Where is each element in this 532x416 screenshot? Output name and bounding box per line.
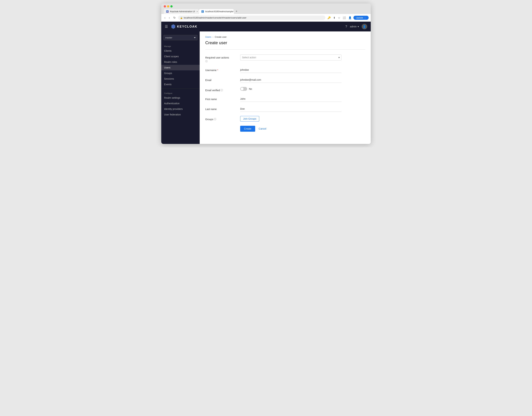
breadcrumb-parent[interactable]: Users bbox=[205, 36, 211, 38]
forward-button[interactable]: › bbox=[168, 16, 171, 20]
minimize-dot[interactable] bbox=[167, 5, 169, 8]
first-name-input[interactable] bbox=[240, 96, 342, 102]
last-name-label-col: Last name bbox=[205, 106, 240, 111]
sidebar-item-identity-providers[interactable]: Identity providers bbox=[161, 106, 200, 112]
groups-control: Join Groups bbox=[240, 116, 342, 122]
groups-label: Groups ⓘ bbox=[205, 118, 240, 121]
hamburger-menu[interactable]: ☰ bbox=[165, 24, 168, 29]
tab-close-1[interactable]: ✕ bbox=[196, 10, 198, 13]
email-verified-label-col: Email verified ⓘ bbox=[205, 87, 240, 92]
email-verified-control: No bbox=[240, 87, 342, 91]
app-topnav: ☰ KEYCLOAK ? admin ▾ 👤 bbox=[161, 22, 371, 31]
main-content: Users › Create user Create user Required… bbox=[200, 31, 371, 144]
sidebar-item-label-realm-settings: Realm settings bbox=[164, 97, 180, 99]
update-button[interactable]: Update ⋮ bbox=[353, 16, 369, 20]
help-button[interactable]: ? bbox=[345, 25, 347, 29]
sidebar-item-sessions[interactable]: Sessions bbox=[161, 76, 200, 82]
share-icon[interactable]: ⬆ bbox=[332, 16, 336, 20]
breadcrumb: Users › Create user bbox=[205, 36, 365, 38]
page-title: Create user bbox=[205, 40, 365, 45]
sidebar-item-label-clients: Clients bbox=[164, 49, 171, 52]
breadcrumb-separator: › bbox=[213, 36, 213, 38]
sidebar-item-user-federation[interactable]: User federation bbox=[161, 112, 200, 117]
manage-section-label: Manage bbox=[161, 43, 200, 48]
realm-selector[interactable]: master bbox=[163, 35, 198, 40]
avatar[interactable]: 👤 bbox=[362, 24, 367, 29]
breadcrumb-current: Create user bbox=[215, 36, 227, 38]
extensions-icon[interactable]: ⬜ bbox=[342, 16, 347, 20]
last-name-input[interactable] bbox=[240, 106, 342, 112]
tab-title-2: localhost:8180/realms/sample/ bbox=[205, 10, 234, 13]
logo-icon bbox=[171, 24, 176, 29]
groups-help-icon[interactable]: ⓘ bbox=[214, 118, 216, 121]
browser-tab-1[interactable]: K Keycloak Administration UI ✕ bbox=[164, 9, 199, 14]
sidebar-item-realm-settings[interactable]: Realm settings bbox=[161, 95, 200, 101]
email-verified-label: Email verified ⓘ bbox=[205, 89, 240, 92]
required-user-actions-label: Required user actions bbox=[205, 56, 240, 59]
lock-icon: 🔒 bbox=[180, 17, 183, 19]
groups-label-col: Groups ⓘ bbox=[205, 116, 240, 121]
required-user-actions-help-icon[interactable]: ⓘ bbox=[205, 60, 240, 63]
profile-icon[interactable]: 👤 bbox=[348, 16, 352, 20]
cancel-button[interactable]: Cancel bbox=[258, 126, 267, 132]
username-row: Username * bbox=[205, 67, 342, 73]
email-verified-help-icon[interactable]: ⓘ bbox=[221, 89, 223, 92]
toggle-slider bbox=[240, 87, 247, 91]
avatar-icon: 👤 bbox=[363, 25, 366, 28]
first-name-control bbox=[240, 96, 342, 102]
update-button-label: Update bbox=[356, 16, 363, 19]
email-row: Email bbox=[205, 77, 342, 83]
email-verified-row: Email verified ⓘ No bbox=[205, 87, 342, 92]
username-label: Username * bbox=[205, 69, 240, 72]
last-name-row: Last name bbox=[205, 106, 342, 112]
key-icon: 🔑 bbox=[327, 16, 332, 20]
username-label-col: Username * bbox=[205, 67, 240, 72]
email-verified-state-label: No bbox=[249, 87, 252, 90]
page-divider bbox=[205, 49, 365, 50]
first-name-label: First name bbox=[205, 98, 240, 101]
logo-text: KEYCLOAK bbox=[177, 25, 197, 29]
sidebar-item-label-sessions: Sessions bbox=[164, 77, 174, 80]
sidebar: master Manage Clients Client scopes Real… bbox=[161, 31, 200, 144]
sidebar-item-label-user-federation: User federation bbox=[164, 113, 181, 116]
required-user-actions-control: Select action VERIFY_EMAIL UPDATE_PROFIL… bbox=[240, 55, 342, 60]
sidebar-item-label-realm-roles: Realm roles bbox=[164, 61, 177, 63]
required-user-actions-label-col: Required user actions ⓘ bbox=[205, 55, 240, 63]
join-groups-button[interactable]: Join Groups bbox=[240, 116, 259, 122]
email-verified-toggle[interactable] bbox=[240, 87, 247, 91]
sidebar-divider bbox=[161, 88, 200, 89]
sidebar-item-clients[interactable]: Clients bbox=[161, 48, 200, 54]
address-bar: 🔒 bbox=[178, 16, 325, 20]
url-input[interactable] bbox=[184, 16, 323, 19]
first-name-row: First name bbox=[205, 96, 342, 102]
sidebar-item-label-groups: Groups bbox=[164, 72, 172, 75]
groups-row: Groups ⓘ Join Groups bbox=[205, 116, 342, 122]
form-actions: Create Cancel bbox=[205, 126, 342, 132]
last-name-label: Last name bbox=[205, 108, 240, 111]
tab-favicon-2: L bbox=[201, 10, 204, 13]
user-menu[interactable]: admin ▾ bbox=[350, 25, 359, 28]
email-verified-toggle-row: No bbox=[240, 87, 342, 91]
new-tab-button[interactable]: + bbox=[234, 9, 239, 14]
email-label-col: Email bbox=[205, 77, 240, 82]
sidebar-item-users[interactable]: Users bbox=[161, 65, 200, 70]
sidebar-item-authentication[interactable]: Authentication bbox=[161, 101, 200, 106]
sidebar-item-realm-roles[interactable]: Realm roles bbox=[161, 59, 200, 65]
sidebar-item-groups[interactable]: Groups bbox=[161, 70, 200, 76]
required-user-actions-select[interactable]: Select action VERIFY_EMAIL UPDATE_PROFIL… bbox=[240, 55, 342, 60]
user-label: admin bbox=[350, 25, 357, 28]
bookmark-icon[interactable]: ☆ bbox=[337, 16, 341, 20]
sidebar-item-client-scopes[interactable]: Client scopes bbox=[161, 54, 200, 59]
email-input[interactable] bbox=[240, 77, 342, 83]
refresh-button[interactable]: ↻ bbox=[172, 15, 177, 20]
back-button[interactable]: ‹ bbox=[163, 16, 166, 20]
create-button[interactable]: Create bbox=[240, 126, 255, 132]
username-input[interactable] bbox=[240, 67, 342, 73]
close-dot[interactable] bbox=[164, 5, 166, 8]
username-required-star: * bbox=[217, 69, 218, 72]
browser-tab-2[interactable]: L localhost:8180/realms/sample/ ✕ bbox=[199, 9, 234, 14]
sidebar-item-events[interactable]: Events bbox=[161, 82, 200, 87]
create-user-form: Required user actions ⓘ Select action VE… bbox=[205, 55, 342, 132]
maximize-dot[interactable] bbox=[170, 5, 173, 8]
realm-select[interactable]: master bbox=[163, 35, 198, 40]
